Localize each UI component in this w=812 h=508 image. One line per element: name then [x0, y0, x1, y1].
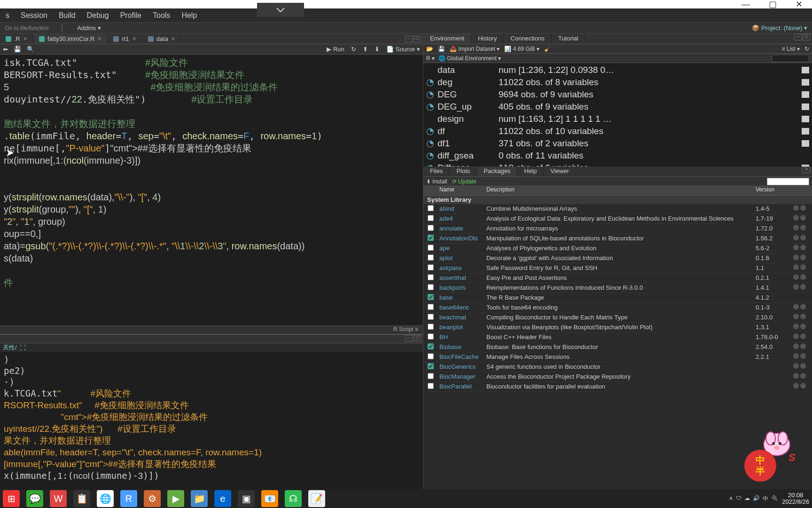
env-row[interactable]: ◔Diffgene118 obs. of 6 variables	[426, 162, 809, 167]
install-button[interactable]: ⬇ Install	[426, 178, 447, 185]
tray-icon[interactable]: 🔌	[771, 495, 778, 503]
pkg-name-link[interactable]: ape	[437, 245, 484, 252]
pkg-web-icon[interactable]	[793, 215, 799, 221]
pkg-checkbox[interactable]	[428, 304, 434, 310]
taskbar-app[interactable]: e	[214, 490, 231, 507]
pkg-remove-icon[interactable]	[800, 235, 806, 240]
env-row[interactable]: ◔df11022 obs. of 10 variables	[426, 125, 809, 137]
pkg-remove-icon[interactable]	[800, 304, 806, 310]
close-tab-icon[interactable]: ✕	[97, 36, 102, 42]
pkg-tab-packages[interactable]: Packages	[477, 167, 517, 176]
pkg-web-icon[interactable]	[793, 205, 799, 211]
pkg-remove-icon[interactable]	[800, 363, 806, 369]
pkg-web-icon[interactable]	[793, 373, 799, 379]
expand-icon[interactable]: ◔	[426, 162, 433, 167]
close-tab-icon[interactable]: ✕	[132, 36, 136, 42]
pkg-tab-help[interactable]: Help	[517, 167, 544, 176]
memory-usage[interactable]: 📊 4.69 GiB ▾	[504, 46, 539, 52]
env-tab-connections[interactable]: Connections	[504, 34, 551, 44]
pkg-remove-icon[interactable]	[800, 284, 806, 290]
pkg-remove-icon[interactable]	[800, 373, 806, 379]
pkg-name-link[interactable]: Biobase	[437, 343, 484, 350]
menu-profile[interactable]: Profile	[115, 9, 147, 22]
pkg-refresh[interactable]: ↻	[803, 167, 810, 173]
pkg-tab-plots[interactable]: Plots	[450, 167, 477, 176]
tray-icon[interactable]: 中	[763, 495, 768, 503]
taskbar-app[interactable]: 🌐	[97, 490, 114, 507]
collapse-toolbar[interactable]	[257, 3, 304, 17]
pkg-checkbox[interactable]	[428, 245, 434, 251]
env-row[interactable]: datanum [1:236, 1:22] 0.0938 0…	[426, 64, 809, 76]
pkg-name-link[interactable]: askpass	[437, 264, 484, 271]
taskbar-app[interactable]: 📝	[308, 490, 325, 507]
menu-s[interactable]: s	[0, 9, 15, 22]
console-maximize[interactable]: ▢	[414, 335, 421, 341]
pkg-name-link[interactable]: BiocParallel	[437, 383, 484, 390]
pkg-name-link[interactable]: aplot	[437, 254, 484, 262]
taskbar-app[interactable]: ▶	[167, 490, 184, 507]
close-tab-icon[interactable]: ✕	[23, 36, 27, 42]
env-maximize[interactable]: ▢	[803, 34, 810, 40]
up-button[interactable]: ⬆	[363, 46, 368, 53]
window-close[interactable]: ✕	[796, 0, 803, 9]
env-row[interactable]: ◔DEG9694 obs. of 9 variables	[426, 88, 809, 101]
back-button[interactable]: ⬅	[3, 46, 8, 53]
source-editor[interactable]: isk.TCGA.txt" #风险文件 BERSORT-Results.txt"…	[0, 55, 423, 325]
taskbar-app[interactable]: W	[50, 490, 67, 507]
source-tab[interactable]: data✕	[142, 34, 181, 43]
save-button[interactable]: 💾	[14, 46, 21, 53]
pkg-web-icon[interactable]	[793, 343, 799, 349]
pkg-checkbox[interactable]	[428, 215, 434, 221]
down-button[interactable]: ⬇	[375, 46, 380, 53]
console[interactable]: ) pe2) ·) k.TCGA.txt" #风险文件 RSORT-Result…	[0, 352, 423, 489]
pkg-web-icon[interactable]	[793, 324, 799, 329]
env-row[interactable]: ◔df1371 obs. of 2 variables	[426, 137, 809, 150]
import-dataset[interactable]: 📥 Import Dataset ▾	[450, 46, 500, 52]
pkg-name-link[interactable]: base64enc	[437, 304, 484, 311]
pkg-web-icon[interactable]	[793, 314, 799, 319]
pane-maximize[interactable]: ▢	[414, 36, 421, 42]
grid-icon[interactable]	[802, 128, 809, 135]
env-search[interactable]	[772, 55, 809, 62]
expand-icon[interactable]: ◔	[426, 137, 433, 150]
env-tab-tutorial[interactable]: Tutorial	[552, 34, 586, 44]
console-minimize[interactable]: —	[405, 335, 413, 341]
pkg-web-icon[interactable]	[793, 333, 799, 339]
pkg-checkbox[interactable]	[428, 353, 434, 359]
tray-icon[interactable]: 🛡	[736, 495, 742, 503]
taskbar-app[interactable]: 💬	[26, 490, 43, 507]
pkg-checkbox[interactable]	[428, 333, 434, 340]
pkg-web-icon[interactable]	[793, 304, 799, 310]
taskbar-app[interactable]: 📁	[191, 490, 208, 507]
source-button[interactable]: 📄 Source ▾	[386, 46, 420, 53]
pkg-name-link[interactable]: BH	[437, 333, 484, 341]
menu-help[interactable]: Help	[176, 9, 203, 22]
pkg-checkbox[interactable]	[428, 363, 434, 369]
pkg-checkbox[interactable]	[428, 314, 434, 320]
pkg-web-icon[interactable]	[793, 245, 799, 250]
expand-icon[interactable]: ◔	[426, 76, 433, 88]
tray-icon[interactable]: 🔊	[753, 495, 760, 503]
pkg-web-icon[interactable]	[793, 383, 799, 389]
pkg-web-icon[interactable]	[793, 254, 799, 260]
pkg-remove-icon[interactable]	[800, 274, 806, 280]
pkg-web-icon[interactable]	[793, 225, 799, 230]
pkg-remove-icon[interactable]	[800, 264, 806, 270]
expand-icon[interactable]: ◔	[426, 101, 433, 113]
save-workspace[interactable]: 💾	[438, 46, 445, 52]
env-tab-history[interactable]: History	[471, 34, 504, 44]
env-scope[interactable]: 🌐 Global Environment ▾	[438, 55, 501, 62]
pkg-search[interactable]	[767, 178, 809, 185]
taskbar-app[interactable]: ⚙	[144, 490, 161, 507]
pkg-remove-icon[interactable]	[800, 324, 806, 329]
pkg-name-link[interactable]: BiocFileCache	[437, 353, 484, 360]
tray-icon[interactable]: ∧	[729, 495, 733, 503]
goto-file-input[interactable]: Go to file/function	[5, 25, 56, 32]
menu-tools[interactable]: Tools	[147, 9, 176, 22]
pkg-remove-icon[interactable]	[800, 353, 806, 359]
source-tab[interactable]: rt1✕	[108, 34, 142, 43]
addins-menu[interactable]: Addins ▾	[77, 24, 101, 32]
pkg-remove-icon[interactable]	[800, 383, 806, 389]
close-tab-icon[interactable]: ✕	[171, 36, 175, 42]
pkg-web-icon[interactable]	[793, 264, 799, 270]
